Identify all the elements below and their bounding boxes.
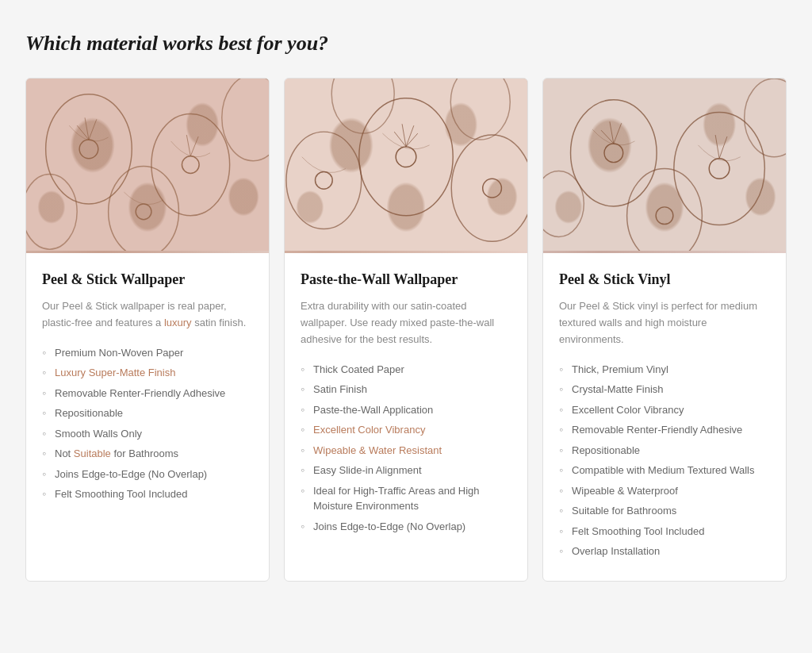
svg-line-30 — [610, 121, 614, 144]
svg-line-20 — [406, 133, 418, 147]
card-content-2: Paste-the-Wall Wallpaper Extra durabilit… — [285, 253, 527, 581]
list-item: Joins Edge-to-Edge (No Overlap) — [42, 464, 253, 485]
svg-point-39 — [543, 171, 584, 236]
svg-point-7 — [182, 156, 199, 174]
list-item: Ideal for High-Traffic Areas and High Mo… — [301, 481, 511, 517]
card-image-2 — [285, 79, 527, 253]
svg-point-11 — [136, 204, 151, 220]
svg-line-31 — [614, 123, 622, 144]
svg-point-34 — [709, 159, 730, 179]
card-title-1: Peel & Stick Wallpaper — [42, 271, 253, 289]
list-item: Wipeable & Waterproof — [559, 481, 770, 501]
list-item: Easy Slide-in Alignment — [301, 460, 511, 481]
list-item: Crystal-Matte Finish — [559, 379, 770, 400]
list-item: Suitable for Bathrooms — [559, 501, 770, 521]
list-item: Satin Finish — [301, 379, 511, 400]
svg-line-35 — [715, 135, 719, 159]
svg-rect-14 — [285, 79, 527, 251]
list-item: Joins Edge-to-Edge (No Overlap) — [301, 517, 511, 537]
card-content-3: Peel & Stick Vinyl Our Peel & Stick viny… — [543, 253, 786, 581]
list-item: Smooth Walls Only — [42, 424, 253, 444]
svg-point-28 — [571, 100, 657, 206]
svg-point-37 — [627, 169, 703, 252]
list-item: Felt Smoothing Tool Included — [42, 484, 253, 505]
svg-line-4 — [89, 119, 97, 140]
list-item: Thick, Premium Vinyl — [559, 359, 770, 380]
svg-point-21 — [286, 132, 362, 229]
svg-point-38 — [656, 207, 673, 225]
list-item: Not Suitable for Bathrooms — [42, 444, 253, 464]
features-list-2: Thick Coated Paper Satin Finish Paste-th… — [301, 359, 511, 537]
highlight-luxury: luxury — [164, 317, 192, 328]
svg-point-25 — [331, 79, 394, 133]
card-content-1: Peel & Stick Wallpaper Our Peel & Stick … — [26, 253, 269, 581]
svg-line-36 — [719, 136, 727, 159]
svg-point-22 — [315, 171, 332, 189]
list-item: Wipeable & Water Resistant — [301, 440, 511, 461]
card-image-3 — [543, 79, 786, 253]
card-title-2: Paste-the-Wall Wallpaper — [301, 271, 511, 289]
svg-line-32 — [601, 130, 614, 144]
svg-line-5 — [77, 125, 89, 140]
svg-point-40 — [745, 79, 786, 157]
list-item: Compatible with Medium Textured Walls — [559, 460, 770, 481]
card-paste-wall-wallpaper: Paste-the-Wall Wallpaper Extra durabilit… — [284, 78, 528, 582]
svg-point-16 — [396, 147, 416, 167]
list-item: Luxury Super-Matte Finish — [42, 363, 253, 383]
svg-point-13 — [222, 79, 269, 161]
card-image-1 — [26, 79, 269, 253]
card-description-2: Extra durability with our satin-coated w… — [301, 298, 511, 348]
list-item: Felt Smoothing Tool Included — [559, 521, 770, 542]
list-item: Removable Renter-Friendly Adhesive — [42, 383, 253, 404]
svg-point-2 — [79, 140, 98, 159]
card-peel-stick-vinyl: Peel & Stick Vinyl Our Peel & Stick viny… — [542, 78, 787, 582]
svg-line-3 — [85, 117, 89, 140]
features-list-1: Premium Non-Woven Paper Luxury Super-Mat… — [42, 343, 253, 505]
list-item: Removable Renter-Friendly Adhesive — [559, 420, 770, 440]
list-item: Excellent Color Vibrancy — [301, 420, 511, 440]
svg-line-18 — [406, 125, 414, 147]
svg-point-10 — [109, 167, 179, 252]
svg-point-15 — [359, 98, 453, 216]
list-item: Repositionable — [42, 403, 253, 424]
svg-point-26 — [450, 79, 510, 140]
svg-line-19 — [394, 132, 406, 147]
card-description-1: Our Peel & Stick wallpaper is real paper… — [42, 298, 253, 332]
svg-point-33 — [674, 112, 765, 225]
list-item: Premium Non-Woven Paper — [42, 343, 253, 363]
svg-point-23 — [451, 135, 527, 241]
card-description-3: Our Peel & Stick vinyl is perfect for me… — [559, 298, 770, 348]
svg-line-9 — [190, 136, 198, 156]
features-list-3: Thick, Premium Vinyl Crystal-Matte Finis… — [559, 359, 770, 562]
svg-point-6 — [151, 113, 230, 215]
svg-line-17 — [402, 124, 406, 147]
list-item: Excellent Color Vibrancy — [559, 400, 770, 421]
card-peel-stick-wallpaper: Peel & Stick Wallpaper Our Peel & Stick … — [25, 78, 270, 582]
card-title-3: Peel & Stick Vinyl — [559, 271, 770, 289]
page-container: Which material works best for you? — [25, 32, 787, 582]
svg-line-8 — [186, 135, 190, 156]
svg-point-12 — [26, 174, 77, 249]
svg-point-29 — [604, 144, 623, 163]
section-title: Which material works best for you? — [25, 32, 787, 56]
cards-grid: Peel & Stick Wallpaper Our Peel & Stick … — [25, 78, 787, 582]
list-item: Paste-the-Wall Application — [301, 400, 511, 421]
svg-rect-0 — [26, 79, 269, 251]
svg-point-1 — [46, 94, 132, 204]
svg-rect-27 — [543, 79, 786, 251]
list-item: Thick Coated Paper — [301, 359, 511, 380]
svg-point-24 — [483, 179, 502, 198]
list-item: Repositionable — [559, 440, 770, 461]
list-item: Overlap Installation — [559, 541, 770, 562]
